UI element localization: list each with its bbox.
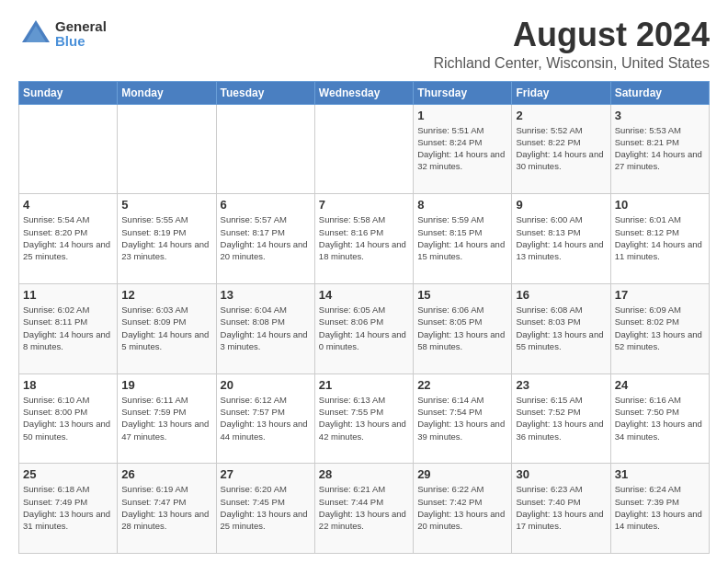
calendar-cell: 9Sunrise: 6:00 AM Sunset: 8:13 PM Daylig…	[512, 194, 610, 284]
title-block: August 2024 Richland Center, Wisconsin, …	[433, 17, 710, 72]
calendar-cell: 10Sunrise: 6:01 AM Sunset: 8:12 PM Dayli…	[610, 194, 709, 284]
cell-day-number: 20	[221, 378, 311, 392]
calendar-cell: 14Sunrise: 6:05 AM Sunset: 8:06 PM Dayli…	[314, 283, 413, 373]
calendar-cell: 15Sunrise: 6:06 AM Sunset: 8:05 PM Dayli…	[414, 283, 512, 373]
logo-blue-label: Blue	[55, 34, 107, 50]
calendar-cell: 7Sunrise: 5:58 AM Sunset: 8:16 PM Daylig…	[314, 194, 413, 284]
cell-sun-info: Sunrise: 5:51 AM Sunset: 8:24 PM Dayligh…	[417, 124, 507, 173]
header-row: Sunday Monday Tuesday Wednesday Thursday…	[19, 81, 710, 104]
cell-sun-info: Sunrise: 5:59 AM Sunset: 8:15 PM Dayligh…	[417, 213, 507, 262]
cell-day-number: 30	[516, 467, 606, 481]
week-row-2: 4Sunrise: 5:54 AM Sunset: 8:20 PM Daylig…	[19, 194, 710, 284]
cell-sun-info: Sunrise: 6:20 AM Sunset: 7:45 PM Dayligh…	[221, 483, 311, 532]
week-row-1: 1Sunrise: 5:51 AM Sunset: 8:24 PM Daylig…	[19, 104, 710, 194]
calendar-cell: 22Sunrise: 6:14 AM Sunset: 7:54 PM Dayli…	[414, 373, 512, 464]
calendar-cell: 12Sunrise: 6:03 AM Sunset: 8:09 PM Dayli…	[118, 283, 216, 373]
col-sunday: Sunday	[19, 81, 118, 104]
cell-day-number: 29	[417, 467, 507, 481]
cell-sun-info: Sunrise: 6:06 AM Sunset: 8:05 PM Dayligh…	[417, 304, 507, 352]
cell-sun-info: Sunrise: 6:04 AM Sunset: 8:08 PM Dayligh…	[221, 304, 311, 352]
calendar-header: Sunday Monday Tuesday Wednesday Thursday…	[19, 81, 710, 104]
calendar-cell: 18Sunrise: 6:10 AM Sunset: 8:00 PM Dayli…	[19, 373, 118, 464]
cell-day-number: 6	[221, 198, 311, 212]
cell-sun-info: Sunrise: 6:02 AM Sunset: 8:11 PM Dayligh…	[23, 304, 113, 352]
calendar-cell: 4Sunrise: 5:54 AM Sunset: 8:20 PM Daylig…	[19, 194, 118, 284]
cell-day-number: 10	[615, 198, 705, 212]
cell-sun-info: Sunrise: 6:13 AM Sunset: 7:55 PM Dayligh…	[319, 394, 409, 442]
col-friday: Friday	[512, 81, 610, 104]
cell-day-number: 25	[23, 467, 113, 481]
cell-day-number: 18	[23, 378, 113, 392]
cell-day-number: 22	[417, 378, 507, 392]
calendar-cell: 8Sunrise: 5:59 AM Sunset: 8:15 PM Daylig…	[414, 194, 512, 284]
cell-sun-info: Sunrise: 6:16 AM Sunset: 7:50 PM Dayligh…	[615, 394, 705, 442]
cell-day-number: 9	[516, 198, 606, 212]
cell-day-number: 11	[23, 288, 113, 302]
cell-sun-info: Sunrise: 6:10 AM Sunset: 8:00 PM Dayligh…	[23, 394, 113, 442]
week-row-3: 11Sunrise: 6:02 AM Sunset: 8:11 PM Dayli…	[19, 283, 710, 373]
cell-sun-info: Sunrise: 6:22 AM Sunset: 7:42 PM Dayligh…	[417, 483, 507, 532]
logo-general-label: General	[55, 19, 107, 35]
col-monday: Monday	[118, 81, 216, 104]
main-title: August 2024	[433, 17, 710, 53]
calendar-cell: 2Sunrise: 5:52 AM Sunset: 8:22 PM Daylig…	[512, 104, 610, 194]
cell-day-number: 14	[319, 288, 409, 302]
cell-sun-info: Sunrise: 6:21 AM Sunset: 7:44 PM Dayligh…	[319, 483, 409, 532]
cell-day-number: 5	[121, 198, 211, 212]
cell-day-number: 8	[417, 198, 507, 212]
cell-sun-info: Sunrise: 6:08 AM Sunset: 8:03 PM Dayligh…	[516, 304, 606, 352]
cell-sun-info: Sunrise: 6:01 AM Sunset: 8:12 PM Dayligh…	[615, 213, 705, 262]
calendar-cell	[216, 104, 314, 194]
calendar-body: 1Sunrise: 5:51 AM Sunset: 8:24 PM Daylig…	[19, 104, 710, 553]
cell-day-number: 7	[319, 198, 409, 212]
col-thursday: Thursday	[414, 81, 512, 104]
calendar-cell	[118, 104, 216, 194]
calendar-cell: 19Sunrise: 6:11 AM Sunset: 7:59 PM Dayli…	[118, 373, 216, 464]
calendar-cell	[314, 104, 413, 194]
calendar-cell: 5Sunrise: 5:55 AM Sunset: 8:19 PM Daylig…	[118, 194, 216, 284]
cell-day-number: 2	[516, 109, 606, 122]
cell-sun-info: Sunrise: 5:52 AM Sunset: 8:22 PM Dayligh…	[516, 124, 606, 173]
cell-day-number: 13	[221, 288, 311, 302]
cell-day-number: 19	[121, 378, 211, 392]
cell-day-number: 15	[417, 288, 507, 302]
cell-sun-info: Sunrise: 6:00 AM Sunset: 8:13 PM Dayligh…	[516, 213, 606, 262]
cell-day-number: 31	[615, 467, 705, 481]
calendar-cell: 27Sunrise: 6:20 AM Sunset: 7:45 PM Dayli…	[216, 464, 314, 554]
subtitle: Richland Center, Wisconsin, United State…	[433, 55, 710, 72]
calendar-cell: 29Sunrise: 6:22 AM Sunset: 7:42 PM Dayli…	[414, 464, 512, 554]
logo: General Blue	[18, 17, 107, 52]
calendar-cell: 1Sunrise: 5:51 AM Sunset: 8:24 PM Daylig…	[414, 104, 512, 194]
cell-day-number: 27	[221, 467, 311, 481]
calendar-cell: 25Sunrise: 6:18 AM Sunset: 7:49 PM Dayli…	[19, 464, 118, 554]
cell-sun-info: Sunrise: 5:58 AM Sunset: 8:16 PM Dayligh…	[319, 213, 409, 262]
col-saturday: Saturday	[610, 81, 709, 104]
calendar-cell: 6Sunrise: 5:57 AM Sunset: 8:17 PM Daylig…	[216, 194, 314, 284]
calendar-cell: 28Sunrise: 6:21 AM Sunset: 7:44 PM Dayli…	[314, 464, 413, 554]
cell-day-number: 3	[615, 109, 705, 122]
logo-icon	[18, 17, 53, 52]
calendar-cell: 13Sunrise: 6:04 AM Sunset: 8:08 PM Dayli…	[216, 283, 314, 373]
calendar-cell: 23Sunrise: 6:15 AM Sunset: 7:52 PM Dayli…	[512, 373, 610, 464]
cell-sun-info: Sunrise: 6:18 AM Sunset: 7:49 PM Dayligh…	[23, 483, 113, 532]
cell-day-number: 21	[319, 378, 409, 392]
calendar-cell: 26Sunrise: 6:19 AM Sunset: 7:47 PM Dayli…	[118, 464, 216, 554]
calendar-cell: 16Sunrise: 6:08 AM Sunset: 8:03 PM Dayli…	[512, 283, 610, 373]
cell-sun-info: Sunrise: 5:57 AM Sunset: 8:17 PM Dayligh…	[221, 213, 311, 262]
cell-day-number: 24	[615, 378, 705, 392]
cell-sun-info: Sunrise: 6:11 AM Sunset: 7:59 PM Dayligh…	[121, 394, 211, 442]
cell-sun-info: Sunrise: 6:24 AM Sunset: 7:39 PM Dayligh…	[615, 483, 705, 532]
calendar-cell	[19, 104, 118, 194]
calendar-cell: 17Sunrise: 6:09 AM Sunset: 8:02 PM Dayli…	[610, 283, 709, 373]
col-tuesday: Tuesday	[216, 81, 314, 104]
cell-day-number: 28	[319, 467, 409, 481]
cell-sun-info: Sunrise: 5:54 AM Sunset: 8:20 PM Dayligh…	[23, 213, 113, 262]
cell-sun-info: Sunrise: 5:55 AM Sunset: 8:19 PM Dayligh…	[121, 213, 211, 262]
calendar-cell: 11Sunrise: 6:02 AM Sunset: 8:11 PM Dayli…	[19, 283, 118, 373]
cell-sun-info: Sunrise: 6:09 AM Sunset: 8:02 PM Dayligh…	[615, 304, 705, 352]
cell-sun-info: Sunrise: 6:14 AM Sunset: 7:54 PM Dayligh…	[417, 394, 507, 442]
cell-day-number: 17	[615, 288, 705, 302]
cell-sun-info: Sunrise: 6:23 AM Sunset: 7:40 PM Dayligh…	[516, 483, 606, 532]
cell-day-number: 12	[121, 288, 211, 302]
calendar-cell: 30Sunrise: 6:23 AM Sunset: 7:40 PM Dayli…	[512, 464, 610, 554]
